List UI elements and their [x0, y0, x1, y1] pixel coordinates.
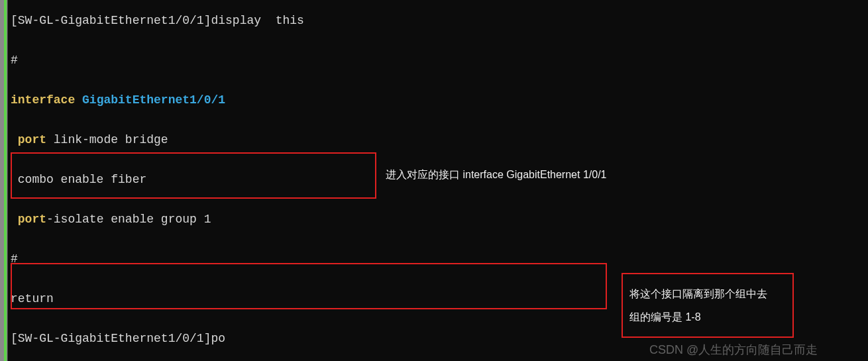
- term-line: [SW-GL-GigabitEthernet1/0/1]po: [11, 329, 426, 348]
- term-line: return: [11, 289, 426, 309]
- annotation-line: 组的编号是 1-8: [629, 305, 786, 329]
- cmd: po: [211, 332, 225, 345]
- txt: combo enable fiber: [11, 173, 146, 186]
- term-line: port-isolate enable group 1: [11, 209, 426, 229]
- annotation-line: 将这个接口隔离到那个组中去: [629, 282, 786, 305]
- annotation-text-1: 进入对应的接口 interface GigabitEthernet 1/0/1: [386, 168, 606, 182]
- editor-gutter: [0, 0, 8, 361]
- prompt: [SW-GL-GigabitEthernet1/0/1]: [11, 332, 211, 345]
- term-line: #: [11, 50, 426, 70]
- term-line: [SW-GL-GigabitEthernet1/0/1]display this: [11, 11, 426, 30]
- watermark: CSDN @人生的方向随自己而走: [649, 342, 818, 358]
- return: return: [11, 292, 54, 305]
- kw-interface: interface: [11, 93, 82, 107]
- cmd: display this: [211, 14, 303, 27]
- kw-port: port: [11, 133, 54, 146]
- prompt: [SW-GL-GigabitEthernet1/0/1]: [11, 14, 211, 27]
- term-line: combo enable fiber: [11, 170, 426, 189]
- hash: #: [11, 54, 18, 67]
- txt: -isolate enable group 1: [46, 213, 211, 226]
- term-line: port link-mode bridge: [11, 130, 426, 150]
- hash: #: [11, 252, 18, 266]
- txt: link-mode bridge: [54, 133, 168, 146]
- kw-port: port: [11, 213, 46, 226]
- terminal-output: [SW-GL-GigabitEthernet1/0/1]display this…: [11, 0, 426, 361]
- ifname: GigabitEthernet1/0/1: [82, 93, 225, 107]
- annotation-box-2: 将这个接口隔离到那个组中去 组的编号是 1-8: [622, 273, 794, 338]
- term-line: interface GigabitEthernet1/0/1: [11, 90, 426, 110]
- term-line: #: [11, 249, 426, 269]
